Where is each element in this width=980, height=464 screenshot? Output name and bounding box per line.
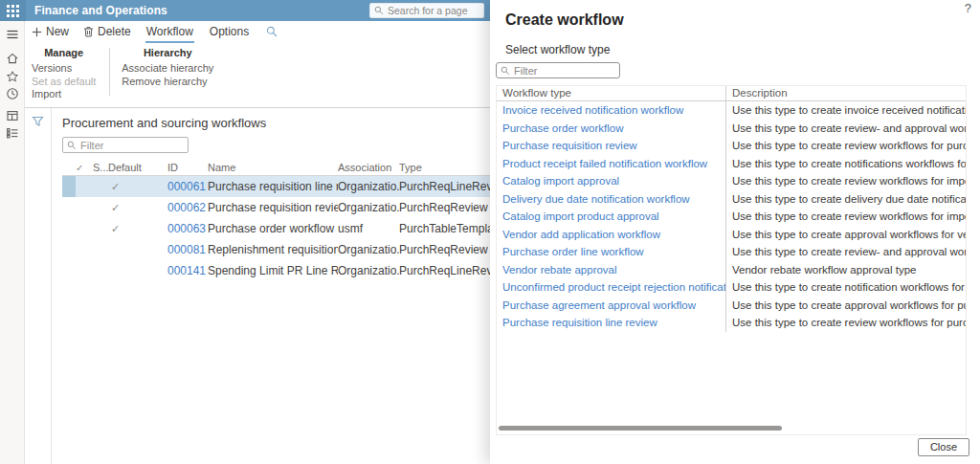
- search-icon: [67, 141, 77, 150]
- workflow-type-link[interactable]: Vendor rebate approval: [502, 264, 617, 276]
- workflow-name: Purchase requisition review: [208, 201, 338, 214]
- close-button[interactable]: Close: [918, 438, 969, 456]
- workflow-type-description: Use this type to create approval workflo…: [725, 226, 966, 244]
- default-checkmark: ✓: [108, 181, 167, 193]
- page-title: Procurement and sourcing workflows: [62, 116, 490, 130]
- row-selection-indicator[interactable]: [62, 260, 76, 281]
- recent-clock-icon[interactable]: [6, 87, 19, 100]
- workflow-association: usmf: [338, 222, 399, 235]
- workflow-id-link[interactable]: 000141: [167, 264, 206, 277]
- page-search-input[interactable]: [388, 5, 483, 16]
- header-workflow-type[interactable]: Workflow type: [497, 86, 725, 100]
- new-button[interactable]: New: [32, 25, 69, 38]
- delete-button[interactable]: Delete: [83, 25, 131, 38]
- workflow-type-link[interactable]: Catalog import product approval: [502, 210, 659, 222]
- dynamics-finance-operations-app: Finance and Operations: [0, 0, 980, 464]
- header-id[interactable]: ID: [167, 162, 208, 173]
- modules-icon[interactable]: [6, 126, 19, 140]
- action-pane-search-icon[interactable]: [266, 26, 278, 37]
- workflow-type-row[interactable]: Invoice received notification workflow U…: [497, 101, 966, 120]
- workflow-type-row[interactable]: Purchase requisition review Use this typ…: [497, 137, 966, 155]
- workflow-table-row[interactable]: ✓ 000062 Purchase requisition review Org…: [62, 197, 490, 218]
- workflow-type-description: Use this type to create review workflows…: [725, 314, 966, 332]
- row-selection-indicator[interactable]: [62, 176, 76, 197]
- workflow-type-row[interactable]: Purchase requisition line review Use thi…: [497, 314, 966, 332]
- ribbon-group-manage: Manage Versions Set as default Import: [32, 47, 96, 101]
- workflow-type-filter-input[interactable]: [514, 65, 610, 77]
- workflow-association: Organizatio...: [338, 180, 399, 193]
- workflow-type-link[interactable]: Purchase order workflow: [502, 122, 624, 134]
- workflow-name: Purchase requisition line review: [208, 180, 338, 193]
- scrollbar-thumb[interactable]: [499, 426, 782, 431]
- workflow-type-link[interactable]: Catalog import approval: [502, 175, 619, 187]
- menu-icon[interactable]: [6, 28, 19, 41]
- workflow-type-link[interactable]: Product receipt failed notification work…: [502, 158, 707, 169]
- workflow-type-row[interactable]: Vendor rebate approval Vendor rebate wor…: [497, 261, 966, 279]
- workflow-table-row[interactable]: ✓ 000063 Purchase order workflow usmf Pu…: [62, 218, 490, 239]
- workflow-type-link[interactable]: Purchase order line workflow: [502, 246, 644, 257]
- workflow-type-link[interactable]: Purchase requisition line review: [502, 317, 657, 328]
- workflow-type-link[interactable]: Purchase requisition review: [502, 140, 637, 151]
- workflow-type-table-body: Invoice received notification workflow U…: [497, 101, 966, 332]
- associate-hierarchy-button[interactable]: Associate hierarchy: [122, 62, 213, 76]
- horizontal-scrollbar[interactable]: [499, 426, 964, 431]
- workflow-type-row[interactable]: Purchase order line workflow Use this ty…: [497, 243, 966, 261]
- workflow-type-row[interactable]: Catalog import approval Use this type to…: [497, 172, 966, 190]
- workflow-type-link[interactable]: Invoice received notification workflow: [502, 104, 683, 116]
- workflow-type-row[interactable]: Unconfirmed product receipt rejection no…: [497, 278, 966, 297]
- workflow-type-row[interactable]: Vendor add application workflow Use this…: [497, 226, 966, 244]
- workflow-type-description: Use this type to create notification wor…: [725, 278, 966, 297]
- header-s[interactable]: S...: [93, 162, 108, 173]
- workflow-type-link[interactable]: Purchase agreement approval workflow: [502, 299, 696, 311]
- workflow-type-row[interactable]: Catalog import product approval Use this…: [497, 208, 966, 226]
- workflow-type-table: Workflow type Description Invoice receiv…: [496, 85, 967, 435]
- workflow-type-filter-box[interactable]: [496, 62, 620, 78]
- workflow-type-row[interactable]: Purchase agreement approval workflow Use…: [497, 297, 966, 315]
- import-button[interactable]: Import: [32, 88, 96, 101]
- row-selection-indicator[interactable]: [62, 239, 76, 260]
- set-as-default-button[interactable]: Set as default: [32, 76, 96, 89]
- workspaces-icon[interactable]: [6, 109, 19, 122]
- default-checkmark: ✓: [108, 202, 167, 214]
- filter-funnel-icon[interactable]: [32, 116, 44, 127]
- workflow-table-row[interactable]: 000081 Replenishment requisition rev... …: [62, 239, 490, 260]
- search-icon: [374, 6, 384, 15]
- workflow-type-link[interactable]: Unconfirmed product receipt rejection no…: [502, 281, 725, 293]
- tab-options[interactable]: Options: [209, 22, 250, 42]
- grid-filter-box[interactable]: [62, 137, 189, 153]
- workflow-id-link[interactable]: 000061: [167, 180, 206, 193]
- header-association[interactable]: Association: [338, 162, 399, 173]
- row-selection-indicator[interactable]: [62, 218, 76, 239]
- workflow-table-row[interactable]: 000141 Spending Limit PR Line Review Org…: [62, 260, 490, 281]
- group-label: Manage: [32, 47, 96, 58]
- tab-workflow[interactable]: Workflow: [145, 22, 194, 42]
- home-icon[interactable]: [6, 52, 19, 65]
- remove-hierarchy-button[interactable]: Remove hierarchy: [122, 76, 213, 89]
- header-name[interactable]: Name: [208, 162, 338, 173]
- workflow-table-row[interactable]: ✓ 000061 Purchase requisition line revie…: [62, 176, 490, 197]
- workflow-type-description: Use this type to create review workflows…: [725, 172, 966, 190]
- workflow-type-link[interactable]: Delivery due date notification workflow: [502, 193, 690, 205]
- workflow-type-row[interactable]: Delivery due date notification workflow …: [497, 190, 966, 209]
- app-launcher-waffle-icon[interactable]: [0, 0, 26, 21]
- workflow-type-description: Use this type to create review workflows…: [725, 137, 966, 155]
- grid-filter-input[interactable]: [80, 140, 176, 151]
- versions-button[interactable]: Versions: [32, 62, 96, 76]
- favorites-star-icon[interactable]: [6, 70, 19, 83]
- page-search-box[interactable]: [369, 3, 484, 18]
- workflow-type-description: Use this type to create review- and appr…: [725, 120, 966, 138]
- header-description[interactable]: Description: [725, 86, 966, 100]
- row-selection-indicator[interactable]: [62, 197, 76, 218]
- workflow-id-link[interactable]: 000081: [167, 243, 206, 256]
- workflow-id-link[interactable]: 000063: [167, 222, 206, 235]
- workflow-type-link[interactable]: Vendor add application workflow: [502, 229, 660, 240]
- delete-button-label: Delete: [98, 25, 131, 38]
- left-navigation-rail: [0, 21, 25, 464]
- workflow-name: Spending Limit PR Line Review: [208, 264, 338, 277]
- workflow-type-description: Use this type to create invoice received…: [725, 101, 966, 120]
- header-default[interactable]: Default: [108, 162, 167, 173]
- workflow-type-row[interactable]: Product receipt failed notification work…: [497, 155, 966, 173]
- workflow-type-row[interactable]: Purchase order workflow Use this type to…: [497, 120, 966, 138]
- workflow-id-link[interactable]: 000062: [167, 201, 206, 214]
- header-check[interactable]: ✓: [76, 163, 93, 173]
